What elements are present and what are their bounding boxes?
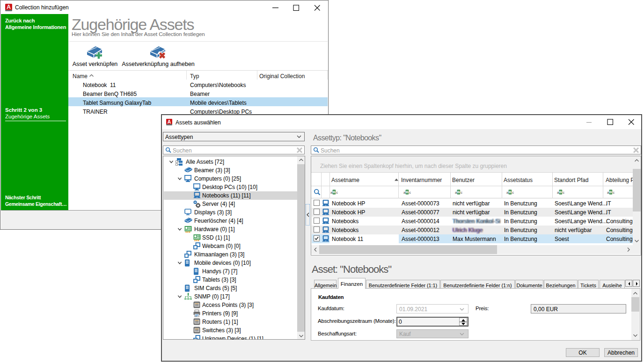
- svg-text:B: B: [406, 190, 409, 194]
- svg-text:B: B: [457, 190, 460, 194]
- svg-text:B: B: [509, 190, 512, 194]
- svg-text:A: A: [168, 119, 171, 124]
- svg-text:B: B: [559, 190, 562, 194]
- svg-text:c: c: [336, 190, 338, 195]
- svg-text:c: c: [512, 190, 514, 195]
- svg-text:c: c: [409, 190, 411, 195]
- svg-text:c: c: [563, 190, 564, 195]
- svg-text:B: B: [333, 190, 336, 194]
- svg-text:A: A: [7, 4, 11, 10]
- svg-text:B: B: [609, 190, 612, 194]
- svg-text:c: c: [613, 190, 615, 195]
- svg-text:c: c: [461, 190, 462, 195]
